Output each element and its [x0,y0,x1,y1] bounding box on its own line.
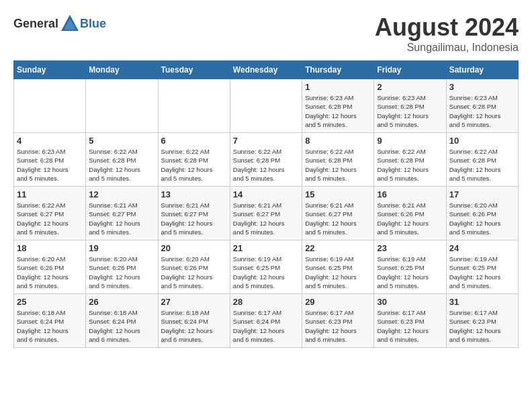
day-number: 23 [377,243,443,253]
calendar-cell [86,79,158,133]
day-number: 5 [89,136,154,146]
day-number: 15 [305,189,371,199]
calendar-cell: 25Sunrise: 6:18 AM Sunset: 6:24 PM Dayli… [14,294,86,348]
day-info: Sunrise: 6:17 AM Sunset: 6:23 PM Dayligh… [377,308,443,344]
day-number: 11 [17,189,83,199]
day-info: Sunrise: 6:21 AM Sunset: 6:27 PM Dayligh… [161,201,227,236]
weekday-header-friday: Friday [374,61,446,79]
day-number: 21 [233,243,299,253]
calendar-cell: 21Sunrise: 6:19 AM Sunset: 6:25 PM Dayli… [230,240,302,294]
day-number: 28 [233,297,299,307]
weekday-header-sunday: Sunday [14,61,86,79]
day-number: 9 [377,136,443,146]
calendar-cell: 18Sunrise: 6:20 AM Sunset: 6:26 PM Dayli… [14,240,86,294]
logo-blue-text: Blue [80,17,106,31]
day-number: 31 [449,297,515,307]
day-number: 30 [377,297,443,307]
calendar-week-row: 4Sunrise: 6:23 AM Sunset: 6:28 PM Daylig… [14,133,519,187]
day-info: Sunrise: 6:17 AM Sunset: 6:24 PM Dayligh… [233,308,299,344]
calendar-cell: 24Sunrise: 6:19 AM Sunset: 6:25 PM Dayli… [446,240,518,294]
day-info: Sunrise: 6:20 AM Sunset: 6:26 PM Dayligh… [89,255,154,290]
weekday-header-tuesday: Tuesday [158,61,230,79]
calendar-week-row: 25Sunrise: 6:18 AM Sunset: 6:24 PM Dayli… [14,294,519,348]
calendar-week-row: 11Sunrise: 6:22 AM Sunset: 6:27 PM Dayli… [14,187,519,240]
calendar-cell: 16Sunrise: 6:21 AM Sunset: 6:26 PM Dayli… [374,187,446,240]
logo: General Blue [13,13,106,34]
day-info: Sunrise: 6:21 AM Sunset: 6:27 PM Dayligh… [305,201,371,236]
weekday-header-monday: Monday [86,61,158,79]
calendar-cell: 30Sunrise: 6:17 AM Sunset: 6:23 PM Dayli… [374,294,446,348]
day-number: 25 [17,297,83,307]
day-info: Sunrise: 6:21 AM Sunset: 6:27 PM Dayligh… [89,201,154,236]
day-number: 18 [17,243,83,253]
calendar-cell: 20Sunrise: 6:20 AM Sunset: 6:26 PM Dayli… [158,240,230,294]
calendar-cell: 23Sunrise: 6:19 AM Sunset: 6:25 PM Dayli… [374,240,446,294]
day-info: Sunrise: 6:21 AM Sunset: 6:27 PM Dayligh… [233,201,299,236]
day-info: Sunrise: 6:20 AM Sunset: 6:26 PM Dayligh… [17,255,83,290]
calendar-cell [158,79,230,133]
day-info: Sunrise: 6:23 AM Sunset: 6:28 PM Dayligh… [377,93,443,129]
day-info: Sunrise: 6:18 AM Sunset: 6:24 PM Dayligh… [89,308,154,344]
weekday-header-thursday: Thursday [302,61,374,79]
day-number: 27 [161,297,227,307]
calendar-cell: 10Sunrise: 6:22 AM Sunset: 6:28 PM Dayli… [446,133,518,187]
calendar-cell: 26Sunrise: 6:18 AM Sunset: 6:24 PM Dayli… [86,294,158,348]
day-number: 6 [161,136,227,146]
calendar-cell: 12Sunrise: 6:21 AM Sunset: 6:27 PM Dayli… [86,187,158,240]
day-info: Sunrise: 6:17 AM Sunset: 6:23 PM Dayligh… [449,308,515,344]
day-number: 14 [233,189,299,199]
day-number: 29 [305,297,371,307]
day-info: Sunrise: 6:22 AM Sunset: 6:28 PM Dayligh… [377,147,443,183]
day-info: Sunrise: 6:23 AM Sunset: 6:28 PM Dayligh… [449,93,515,129]
weekday-header-wednesday: Wednesday [230,61,302,79]
calendar-cell: 2Sunrise: 6:23 AM Sunset: 6:28 PM Daylig… [374,79,446,133]
day-info: Sunrise: 6:23 AM Sunset: 6:28 PM Dayligh… [305,93,371,129]
calendar-week-row: 18Sunrise: 6:20 AM Sunset: 6:26 PM Dayli… [14,240,519,294]
day-number: 4 [17,136,83,146]
day-number: 24 [449,243,515,253]
day-number: 16 [377,189,443,199]
calendar-cell: 6Sunrise: 6:22 AM Sunset: 6:28 PM Daylig… [158,133,230,187]
calendar-cell: 19Sunrise: 6:20 AM Sunset: 6:26 PM Dayli… [86,240,158,294]
calendar-week-row: 1Sunrise: 6:23 AM Sunset: 6:28 PM Daylig… [14,79,519,133]
day-number: 12 [89,189,154,199]
day-info: Sunrise: 6:21 AM Sunset: 6:26 PM Dayligh… [377,201,443,236]
day-number: 3 [449,82,515,92]
day-number: 13 [161,189,227,199]
day-info: Sunrise: 6:19 AM Sunset: 6:25 PM Dayligh… [377,255,443,290]
calendar-cell: 11Sunrise: 6:22 AM Sunset: 6:27 PM Dayli… [14,187,86,240]
calendar-cell: 15Sunrise: 6:21 AM Sunset: 6:27 PM Dayli… [302,187,374,240]
day-info: Sunrise: 6:22 AM Sunset: 6:28 PM Dayligh… [449,147,515,183]
calendar-cell: 7Sunrise: 6:22 AM Sunset: 6:28 PM Daylig… [230,133,302,187]
day-info: Sunrise: 6:20 AM Sunset: 6:26 PM Dayligh… [161,255,227,290]
day-number: 20 [161,243,227,253]
weekday-header-row: SundayMondayTuesdayWednesdayThursdayFrid… [14,61,519,79]
day-info: Sunrise: 6:22 AM Sunset: 6:28 PM Dayligh… [89,147,154,183]
weekday-header-saturday: Saturday [446,61,518,79]
day-number: 8 [305,136,371,146]
calendar-cell: 9Sunrise: 6:22 AM Sunset: 6:28 PM Daylig… [374,133,446,187]
page-header: General Blue August 2024 Sungailimau, In… [13,13,519,54]
calendar-cell: 3Sunrise: 6:23 AM Sunset: 6:28 PM Daylig… [446,79,518,133]
day-info: Sunrise: 6:18 AM Sunset: 6:24 PM Dayligh… [17,308,83,344]
calendar-cell: 8Sunrise: 6:22 AM Sunset: 6:28 PM Daylig… [302,133,374,187]
day-number: 26 [89,297,154,307]
day-info: Sunrise: 6:19 AM Sunset: 6:25 PM Dayligh… [449,255,515,290]
day-number: 1 [305,82,371,92]
day-info: Sunrise: 6:18 AM Sunset: 6:24 PM Dayligh… [161,308,227,344]
day-info: Sunrise: 6:19 AM Sunset: 6:25 PM Dayligh… [233,255,299,290]
day-info: Sunrise: 6:20 AM Sunset: 6:26 PM Dayligh… [449,201,515,236]
day-number: 17 [449,189,515,199]
day-number: 22 [305,243,371,253]
calendar-cell [14,79,86,133]
calendar-cell: 4Sunrise: 6:23 AM Sunset: 6:28 PM Daylig… [14,133,86,187]
calendar-cell: 22Sunrise: 6:19 AM Sunset: 6:25 PM Dayli… [302,240,374,294]
calendar-cell: 29Sunrise: 6:17 AM Sunset: 6:23 PM Dayli… [302,294,374,348]
logo-general-text: General [13,17,58,31]
calendar-cell: 28Sunrise: 6:17 AM Sunset: 6:24 PM Dayli… [230,294,302,348]
calendar-cell [230,79,302,133]
location-subtitle: Sungailimau, Indonesia [375,42,519,54]
day-number: 2 [377,82,443,92]
day-info: Sunrise: 6:22 AM Sunset: 6:28 PM Dayligh… [233,147,299,183]
day-info: Sunrise: 6:22 AM Sunset: 6:28 PM Dayligh… [305,147,371,183]
